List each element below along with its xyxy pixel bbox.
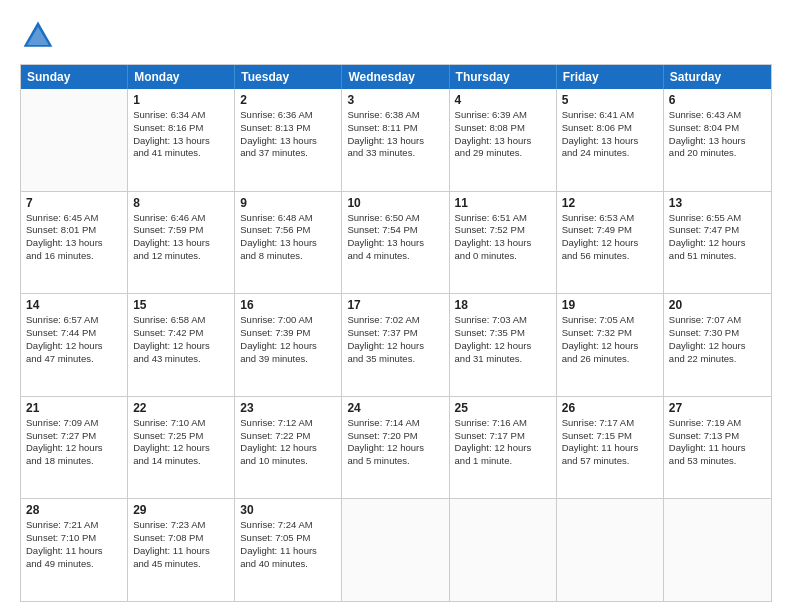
day-number: 8 (133, 196, 229, 210)
calendar-day-17: 17Sunrise: 7:02 AM Sunset: 7:37 PM Dayli… (342, 294, 449, 396)
logo (20, 18, 60, 54)
calendar-day-empty (342, 499, 449, 601)
calendar-day-1: 1Sunrise: 6:34 AM Sunset: 8:16 PM Daylig… (128, 89, 235, 191)
day-header-wednesday: Wednesday (342, 65, 449, 89)
day-number: 6 (669, 93, 766, 107)
calendar-week-3: 14Sunrise: 6:57 AM Sunset: 7:44 PM Dayli… (21, 294, 771, 397)
calendar-day-empty (664, 499, 771, 601)
day-info: Sunrise: 6:46 AM Sunset: 7:59 PM Dayligh… (133, 212, 229, 263)
calendar-week-4: 21Sunrise: 7:09 AM Sunset: 7:27 PM Dayli… (21, 397, 771, 500)
calendar-day-23: 23Sunrise: 7:12 AM Sunset: 7:22 PM Dayli… (235, 397, 342, 499)
calendar-day-30: 30Sunrise: 7:24 AM Sunset: 7:05 PM Dayli… (235, 499, 342, 601)
day-number: 20 (669, 298, 766, 312)
day-number: 18 (455, 298, 551, 312)
day-info: Sunrise: 6:58 AM Sunset: 7:42 PM Dayligh… (133, 314, 229, 365)
day-info: Sunrise: 7:02 AM Sunset: 7:37 PM Dayligh… (347, 314, 443, 365)
calendar-day-27: 27Sunrise: 7:19 AM Sunset: 7:13 PM Dayli… (664, 397, 771, 499)
page: SundayMondayTuesdayWednesdayThursdayFrid… (0, 0, 792, 612)
logo-icon (20, 18, 56, 54)
day-info: Sunrise: 7:16 AM Sunset: 7:17 PM Dayligh… (455, 417, 551, 468)
day-info: Sunrise: 6:38 AM Sunset: 8:11 PM Dayligh… (347, 109, 443, 160)
day-number: 4 (455, 93, 551, 107)
day-info: Sunrise: 6:36 AM Sunset: 8:13 PM Dayligh… (240, 109, 336, 160)
calendar-day-25: 25Sunrise: 7:16 AM Sunset: 7:17 PM Dayli… (450, 397, 557, 499)
calendar-day-4: 4Sunrise: 6:39 AM Sunset: 8:08 PM Daylig… (450, 89, 557, 191)
calendar-day-21: 21Sunrise: 7:09 AM Sunset: 7:27 PM Dayli… (21, 397, 128, 499)
calendar: SundayMondayTuesdayWednesdayThursdayFrid… (20, 64, 772, 602)
day-header-sunday: Sunday (21, 65, 128, 89)
day-info: Sunrise: 7:14 AM Sunset: 7:20 PM Dayligh… (347, 417, 443, 468)
day-info: Sunrise: 6:51 AM Sunset: 7:52 PM Dayligh… (455, 212, 551, 263)
day-number: 16 (240, 298, 336, 312)
calendar-day-2: 2Sunrise: 6:36 AM Sunset: 8:13 PM Daylig… (235, 89, 342, 191)
calendar-body: 1Sunrise: 6:34 AM Sunset: 8:16 PM Daylig… (21, 89, 771, 601)
day-info: Sunrise: 6:50 AM Sunset: 7:54 PM Dayligh… (347, 212, 443, 263)
day-header-saturday: Saturday (664, 65, 771, 89)
calendar-day-8: 8Sunrise: 6:46 AM Sunset: 7:59 PM Daylig… (128, 192, 235, 294)
calendar-day-22: 22Sunrise: 7:10 AM Sunset: 7:25 PM Dayli… (128, 397, 235, 499)
day-info: Sunrise: 6:53 AM Sunset: 7:49 PM Dayligh… (562, 212, 658, 263)
day-info: Sunrise: 7:03 AM Sunset: 7:35 PM Dayligh… (455, 314, 551, 365)
calendar-day-5: 5Sunrise: 6:41 AM Sunset: 8:06 PM Daylig… (557, 89, 664, 191)
day-number: 17 (347, 298, 443, 312)
day-header-thursday: Thursday (450, 65, 557, 89)
calendar-day-empty (21, 89, 128, 191)
day-number: 12 (562, 196, 658, 210)
day-number: 1 (133, 93, 229, 107)
day-number: 3 (347, 93, 443, 107)
day-info: Sunrise: 7:19 AM Sunset: 7:13 PM Dayligh… (669, 417, 766, 468)
day-number: 27 (669, 401, 766, 415)
day-info: Sunrise: 6:43 AM Sunset: 8:04 PM Dayligh… (669, 109, 766, 160)
day-info: Sunrise: 7:17 AM Sunset: 7:15 PM Dayligh… (562, 417, 658, 468)
calendar-day-26: 26Sunrise: 7:17 AM Sunset: 7:15 PM Dayli… (557, 397, 664, 499)
calendar-day-13: 13Sunrise: 6:55 AM Sunset: 7:47 PM Dayli… (664, 192, 771, 294)
day-number: 30 (240, 503, 336, 517)
day-info: Sunrise: 7:23 AM Sunset: 7:08 PM Dayligh… (133, 519, 229, 570)
header (20, 18, 772, 54)
day-number: 7 (26, 196, 122, 210)
day-info: Sunrise: 7:07 AM Sunset: 7:30 PM Dayligh… (669, 314, 766, 365)
day-info: Sunrise: 6:55 AM Sunset: 7:47 PM Dayligh… (669, 212, 766, 263)
day-info: Sunrise: 6:45 AM Sunset: 8:01 PM Dayligh… (26, 212, 122, 263)
calendar-day-20: 20Sunrise: 7:07 AM Sunset: 7:30 PM Dayli… (664, 294, 771, 396)
day-info: Sunrise: 7:12 AM Sunset: 7:22 PM Dayligh… (240, 417, 336, 468)
calendar-day-29: 29Sunrise: 7:23 AM Sunset: 7:08 PM Dayli… (128, 499, 235, 601)
day-number: 24 (347, 401, 443, 415)
day-info: Sunrise: 6:34 AM Sunset: 8:16 PM Dayligh… (133, 109, 229, 160)
day-info: Sunrise: 7:09 AM Sunset: 7:27 PM Dayligh… (26, 417, 122, 468)
calendar-header: SundayMondayTuesdayWednesdayThursdayFrid… (21, 65, 771, 89)
calendar-day-14: 14Sunrise: 6:57 AM Sunset: 7:44 PM Dayli… (21, 294, 128, 396)
day-number: 22 (133, 401, 229, 415)
day-number: 15 (133, 298, 229, 312)
day-info: Sunrise: 7:00 AM Sunset: 7:39 PM Dayligh… (240, 314, 336, 365)
day-info: Sunrise: 7:10 AM Sunset: 7:25 PM Dayligh… (133, 417, 229, 468)
calendar-day-empty (557, 499, 664, 601)
day-number: 21 (26, 401, 122, 415)
day-number: 28 (26, 503, 122, 517)
calendar-day-15: 15Sunrise: 6:58 AM Sunset: 7:42 PM Dayli… (128, 294, 235, 396)
calendar-day-11: 11Sunrise: 6:51 AM Sunset: 7:52 PM Dayli… (450, 192, 557, 294)
day-header-friday: Friday (557, 65, 664, 89)
calendar-day-28: 28Sunrise: 7:21 AM Sunset: 7:10 PM Dayli… (21, 499, 128, 601)
calendar-day-18: 18Sunrise: 7:03 AM Sunset: 7:35 PM Dayli… (450, 294, 557, 396)
day-info: Sunrise: 7:24 AM Sunset: 7:05 PM Dayligh… (240, 519, 336, 570)
calendar-day-3: 3Sunrise: 6:38 AM Sunset: 8:11 PM Daylig… (342, 89, 449, 191)
calendar-day-9: 9Sunrise: 6:48 AM Sunset: 7:56 PM Daylig… (235, 192, 342, 294)
day-number: 11 (455, 196, 551, 210)
calendar-day-12: 12Sunrise: 6:53 AM Sunset: 7:49 PM Dayli… (557, 192, 664, 294)
day-number: 5 (562, 93, 658, 107)
calendar-day-10: 10Sunrise: 6:50 AM Sunset: 7:54 PM Dayli… (342, 192, 449, 294)
day-info: Sunrise: 7:21 AM Sunset: 7:10 PM Dayligh… (26, 519, 122, 570)
day-number: 23 (240, 401, 336, 415)
day-info: Sunrise: 6:39 AM Sunset: 8:08 PM Dayligh… (455, 109, 551, 160)
calendar-day-7: 7Sunrise: 6:45 AM Sunset: 8:01 PM Daylig… (21, 192, 128, 294)
day-number: 9 (240, 196, 336, 210)
calendar-day-24: 24Sunrise: 7:14 AM Sunset: 7:20 PM Dayli… (342, 397, 449, 499)
day-header-monday: Monday (128, 65, 235, 89)
day-number: 26 (562, 401, 658, 415)
day-number: 2 (240, 93, 336, 107)
calendar-day-16: 16Sunrise: 7:00 AM Sunset: 7:39 PM Dayli… (235, 294, 342, 396)
day-info: Sunrise: 6:41 AM Sunset: 8:06 PM Dayligh… (562, 109, 658, 160)
day-number: 25 (455, 401, 551, 415)
calendar-week-5: 28Sunrise: 7:21 AM Sunset: 7:10 PM Dayli… (21, 499, 771, 601)
